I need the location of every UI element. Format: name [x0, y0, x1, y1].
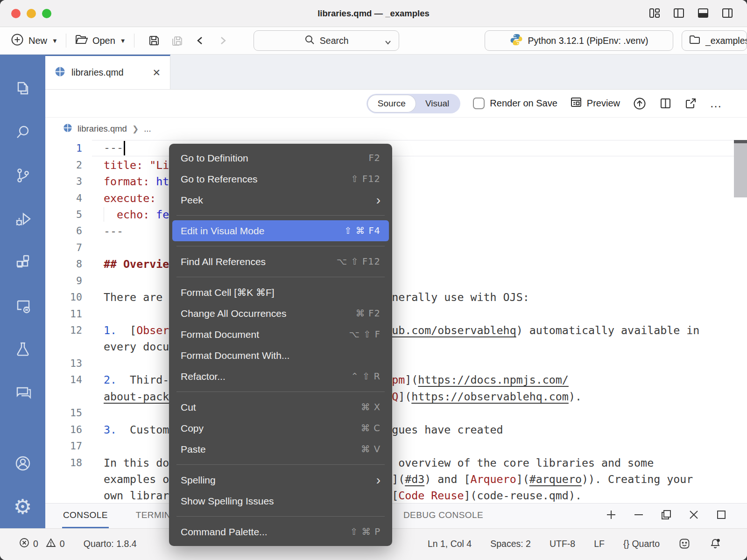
quarto-version[interactable]: Quarto: 1.8.4 — [84, 534, 137, 553]
open-external-button[interactable] — [684, 97, 697, 110]
menu-item-spelling[interactable]: Spelling› — [172, 469, 389, 490]
toggle-panel-icon[interactable] — [697, 7, 710, 20]
minimize-panel-icon[interactable] — [633, 509, 645, 523]
sidebar-item-run-debug[interactable] — [0, 197, 45, 240]
sidebar-item-search[interactable] — [0, 110, 45, 154]
python-logo-icon — [510, 33, 523, 49]
breadcrumb[interactable]: libraries.qmd ❯ ... — [45, 118, 747, 140]
code-line[interactable]: 142. Third-party libraries distributed v… — [45, 371, 747, 388]
code-line[interactable]: 17 — [45, 438, 747, 454]
notifications-bell-icon[interactable] — [709, 534, 721, 553]
menu-item-peek[interactable]: Peek› — [172, 189, 389, 210]
line-number: 11 — [45, 308, 82, 320]
search-input[interactable]: Search — [254, 30, 399, 51]
code-line[interactable]: 11 — [45, 305, 747, 322]
chevron-down-icon: ▼ — [120, 37, 126, 44]
menu-item-go-to-references[interactable]: Go to References⇧ F12 — [172, 168, 389, 189]
panel-tab-debug[interactable]: DEBUG CONSOLE — [402, 504, 484, 528]
problems-indicator[interactable]: 0 0 — [19, 534, 65, 553]
source-mode-button[interactable]: Source — [368, 95, 416, 112]
sidebar-item-testing[interactable] — [0, 327, 45, 371]
forward-button[interactable] — [216, 34, 229, 48]
close-panel-icon[interactable] — [688, 509, 700, 523]
menu-item-change-all-occurrences[interactable]: Change All Occurrences⌘ F2 — [172, 303, 389, 324]
sidebar-item-account[interactable] — [0, 441, 45, 485]
code-line[interactable]: about-packages-and-modules) and [Observa… — [45, 388, 747, 405]
new-session-plus-icon[interactable] — [605, 509, 617, 523]
code-line[interactable]: 2title: "Libraries" — [45, 156, 747, 173]
split-editor-button[interactable] — [659, 97, 672, 110]
code-line[interactable]: 1--- — [45, 140, 747, 156]
menu-separator — [176, 464, 385, 465]
code-line[interactable]: 13 — [45, 355, 747, 371]
new-button[interactable]: New ▼ — [10, 33, 58, 49]
panel-tab-console[interactable]: CONSOLE — [62, 504, 109, 528]
code-line[interactable]: 15 — [45, 405, 747, 421]
code-line[interactable]: 121. [Observable core libraries](https:/… — [45, 322, 747, 338]
menu-item-show-spelling-issues[interactable]: Show Spelling Issues — [172, 490, 389, 511]
language-mode[interactable]: {} Quarto — [623, 534, 660, 553]
save-all-button[interactable] — [170, 34, 184, 48]
customize-layout-icon[interactable] — [648, 7, 661, 20]
code-line[interactable]: 9 — [45, 273, 747, 289]
encoding[interactable]: UTF-8 — [550, 534, 575, 553]
close-tab-icon[interactable]: ✕ — [152, 67, 161, 78]
sidebar-item-extensions[interactable] — [0, 240, 45, 284]
maximize-panel-icon[interactable] — [715, 509, 727, 523]
code-line[interactable]: examples of their use here (for example,… — [45, 471, 747, 487]
sidebar-item-settings[interactable]: ⚙ — [0, 485, 45, 528]
sidebar-item-explorer[interactable] — [0, 67, 45, 110]
menu-item-go-to-definition[interactable]: Go to DefinitionF2 — [172, 147, 389, 168]
menu-item-paste[interactable]: Paste⌘ V — [172, 439, 389, 460]
menu-item-format-document[interactable]: Format Document⌥ ⇧ F — [172, 324, 389, 345]
workspace-selector[interactable]: _examples — [682, 30, 747, 51]
tab-strip: libraries.qmd ✕ — [45, 55, 747, 90]
menu-item-find-all-references[interactable]: Find All References⌥ ⇧ F12 — [172, 251, 389, 272]
scrollbar-thumb[interactable] — [734, 143, 747, 197]
save-button[interactable] — [147, 34, 161, 48]
menu-item-cut[interactable]: Cut⌘ X — [172, 397, 389, 418]
sidebar-item-source-control[interactable] — [0, 154, 45, 197]
render-on-save-checkbox[interactable] — [473, 98, 485, 109]
code-line[interactable]: 8## Overview — [45, 256, 747, 272]
visual-mode-button[interactable]: Visual — [416, 95, 459, 112]
preview-button[interactable]: Preview — [570, 96, 620, 111]
cursor-position[interactable]: Ln 1, Col 4 — [428, 534, 472, 553]
toggle-secondary-sidebar-icon[interactable] — [721, 7, 734, 20]
code-line[interactable]: 7 — [45, 239, 747, 256]
back-button[interactable] — [194, 34, 207, 48]
code-line[interactable]: 6--- — [45, 223, 747, 239]
code-line[interactable]: 163. Custom libraries that you or your c… — [45, 421, 747, 437]
code-line[interactable]: 18In this document we'll first provide a… — [45, 454, 747, 470]
code-line[interactable]: every document. — [45, 338, 747, 355]
menu-item-edit-in-visual-mode[interactable]: Edit in Visual Mode⇧ ⌘ F4 — [172, 220, 389, 241]
render-button[interactable] — [633, 97, 647, 111]
sidebar-item-comments[interactable] — [0, 371, 45, 414]
render-on-save-toggle[interactable]: Render on Save — [473, 98, 557, 109]
code-line[interactable]: 10There are three types of libraries you… — [45, 289, 747, 305]
toggle-primary-sidebar-icon[interactable] — [672, 7, 685, 20]
open-button[interactable]: Open ▼ — [74, 33, 126, 49]
menu-item-command-palette[interactable]: Command Palette...⇧ ⌘ P — [172, 521, 389, 542]
menu-item-refactor[interactable]: Refactor...⌃ ⇧ R — [172, 366, 389, 387]
menu-item-format-cell[interactable]: Format Cell [⌘K ⌘F] — [172, 282, 389, 303]
code-line[interactable]: own libraries is also covered separately… — [45, 487, 747, 503]
code-line[interactable]: 3format: html — [45, 173, 747, 189]
restore-panel-icon[interactable] — [660, 509, 672, 523]
menu-item-format-document-with[interactable]: Format Document With... — [172, 345, 389, 366]
interpreter-selector[interactable]: Python 3.12.1 (PipEnv: .venv) — [485, 30, 673, 51]
editor-scrollbar[interactable] — [734, 140, 747, 503]
code-editor[interactable]: 1---2title: "Libraries"3format: html4exe… — [45, 140, 747, 503]
more-actions-button[interactable]: … — [710, 101, 723, 105]
eol-selector[interactable]: LF — [594, 534, 605, 553]
line-number: 13 — [45, 357, 82, 369]
sidebar-item-sessions[interactable] — [0, 284, 45, 327]
tab-libraries-qmd[interactable]: libraries.qmd ✕ — [45, 55, 170, 89]
line-number: 18 — [45, 457, 82, 469]
menu-item-copy[interactable]: Copy⌘ C — [172, 418, 389, 439]
line-number: 2 — [45, 159, 82, 171]
code-line[interactable]: 4execute: — [45, 189, 747, 206]
indentation[interactable]: Spaces: 2 — [490, 534, 531, 553]
feedback-smiley-icon[interactable] — [678, 534, 691, 553]
code-line[interactable]: 5 echo: fenced — [45, 206, 747, 223]
